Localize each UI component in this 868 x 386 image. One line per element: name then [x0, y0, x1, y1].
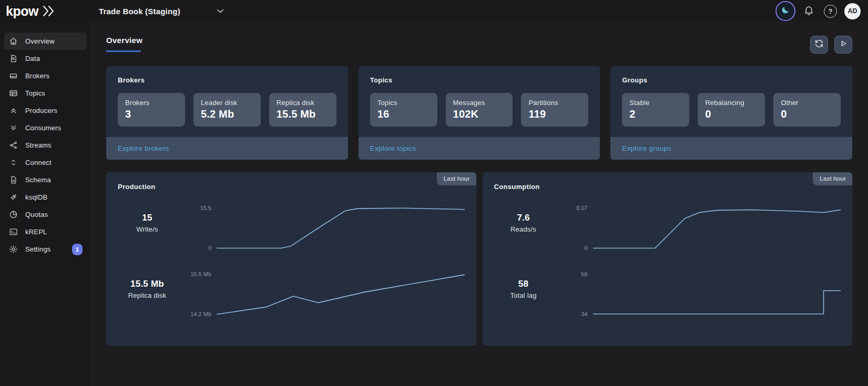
avatar-initials: AD	[847, 7, 857, 15]
summary-cards-row: Brokers Brokers 3 Leader disk 5.2 Mb	[106, 66, 852, 160]
theme-toggle-button[interactable]	[778, 3, 793, 19]
stat-label: Brokers	[125, 99, 178, 107]
help-button[interactable]: ?	[824, 5, 837, 18]
page-title: Overview	[106, 36, 142, 45]
stat-label: Rebalancing	[705, 99, 758, 107]
card-title: Brokers	[118, 76, 336, 84]
sidebar-item-connect[interactable]: Connect	[4, 154, 87, 171]
sidebar-item-data[interactable]: Data	[4, 50, 87, 67]
metric-label: Replica disk	[118, 291, 177, 299]
sidebar-item-quotas[interactable]: Quotas	[4, 206, 87, 223]
stat-value: 102K	[453, 108, 506, 120]
sidebar-item-streams[interactable]: Streams	[4, 137, 87, 154]
active-tab-overview[interactable]: Overview	[106, 36, 142, 52]
stat-label: Messages	[453, 99, 506, 107]
card-title: Topics	[370, 76, 589, 84]
sidebar-item-label: kREPL	[25, 228, 47, 236]
stat-value: 119	[528, 108, 581, 120]
y-axis-labels: 15.5 0	[177, 206, 217, 249]
chart-title: Production	[118, 183, 465, 191]
tab-indicator	[106, 50, 141, 52]
total-lag-chart-row: 58 Total lag 58 34	[494, 273, 841, 316]
card-title: Groups	[622, 76, 841, 84]
refresh-button[interactable]	[810, 36, 828, 54]
sidebar-item-settings[interactable]: Settings 1	[4, 241, 87, 258]
stat-tile: Replica disk 15.5 Mb	[269, 93, 336, 127]
rocket-icon	[9, 193, 18, 202]
stat-value: 0	[781, 108, 833, 120]
sidebar-item-label: Settings	[25, 245, 51, 253]
stat-value: 16	[377, 108, 430, 120]
replica-disk-sparkline	[217, 273, 465, 316]
replica-disk-chart-row: 15.5 Mb Replica disk 15.5 Mb 14.2 Mb	[118, 273, 465, 316]
chart-cards-row: Last hour Production 15 Write/s 15.5	[106, 172, 852, 346]
axis-max: 15.5 Mb	[190, 272, 211, 277]
axis-max: 58	[581, 272, 587, 277]
topbar: kpow Trade Book (Staging)	[0, 0, 868, 22]
sidebar-item-producers[interactable]: Producers	[4, 102, 87, 119]
stat-tile: Leader disk 5.2 Mb	[193, 93, 261, 127]
stat-tile: Topics 16	[370, 93, 437, 127]
stat-tile: Brokers 3	[118, 93, 185, 127]
refresh-icon	[814, 39, 824, 50]
consumption-chart-card: Last hour Consumption 7.6 Reads/s 8.07	[483, 172, 853, 346]
sidebar-item-krepl[interactable]: kREPL	[4, 223, 87, 241]
metric-label: Total lag	[494, 291, 553, 299]
play-icon	[839, 39, 848, 50]
sidebar-item-schema[interactable]: Schema	[4, 171, 87, 189]
sidebar: Overview Data Brokers Topics	[0, 22, 91, 386]
axis-min: 14.2 Mb	[190, 311, 211, 317]
stat-value: 0	[705, 108, 758, 120]
axis-min: 34	[581, 311, 587, 317]
groups-card: Groups Stable 2 Rebalancing 0 Ot	[610, 66, 852, 160]
sidebar-item-consumers[interactable]: Consumers	[4, 119, 87, 137]
sidebar-item-label: Consumers	[25, 124, 61, 132]
header-actions	[810, 36, 852, 54]
metric-value: 7.6	[494, 213, 553, 223]
stat-label: Leader disk	[201, 99, 253, 107]
document-icon	[9, 175, 18, 184]
settings-badge: 1	[72, 244, 83, 255]
total-lag-sparkline	[593, 273, 841, 316]
app-shell: Overview Data Brokers Topics	[0, 22, 868, 386]
play-button[interactable]	[834, 36, 852, 54]
explore-brokers-link[interactable]: Explore brokers	[118, 144, 169, 152]
chevrons-vertical-icon	[9, 158, 18, 167]
axis-min: 0	[584, 245, 587, 251]
sidebar-item-overview[interactable]: Overview	[4, 33, 87, 50]
home-icon	[9, 37, 18, 46]
metric-value: 15.5 Mb	[118, 279, 177, 289]
chart-title: Consumption	[494, 183, 841, 191]
notifications-button[interactable]	[801, 3, 816, 19]
environment-selector[interactable]: Trade Book (Staging)	[99, 6, 226, 16]
sidebar-item-ksqldb[interactable]: ksqlDB	[4, 189, 87, 206]
sidebar-item-brokers[interactable]: Brokers	[4, 67, 87, 85]
kpow-logo[interactable]: kpow	[0, 0, 91, 22]
stat-value: 2	[629, 108, 682, 120]
metric-value: 15	[118, 213, 177, 223]
logo-double-chevron-icon	[41, 5, 57, 17]
drive-icon	[9, 71, 18, 80]
writes-sparkline	[217, 206, 465, 249]
explore-groups-link[interactable]: Explore groups	[622, 144, 671, 152]
stat-label: Replica disk	[277, 99, 329, 107]
stat-tile: Other 0	[773, 93, 841, 127]
reads-sparkline	[593, 206, 841, 249]
sidebar-item-topics[interactable]: Topics	[4, 85, 87, 102]
explore-topics-link[interactable]: Explore topics	[370, 144, 416, 152]
stat-label: Partitions	[528, 99, 581, 107]
card-footer: Explore topics	[359, 137, 600, 160]
table-icon	[9, 89, 18, 98]
chevron-down-icon	[215, 6, 226, 16]
reads-chart-row: 7.6 Reads/s 8.07 0	[494, 206, 841, 249]
moon-icon	[781, 5, 790, 17]
terminal-icon	[9, 227, 18, 236]
card-footer: Explore brokers	[106, 137, 348, 160]
file-search-icon	[9, 54, 18, 63]
avatar[interactable]: AD	[844, 3, 861, 19]
metric-label: Reads/s	[494, 225, 553, 233]
environment-name: Trade Book (Staging)	[99, 7, 180, 16]
app-root: kpow Trade Book (Staging)	[0, 0, 868, 386]
y-axis-labels: 15.5 Mb 14.2 Mb	[177, 273, 217, 316]
logo-text: kpow	[6, 5, 38, 18]
